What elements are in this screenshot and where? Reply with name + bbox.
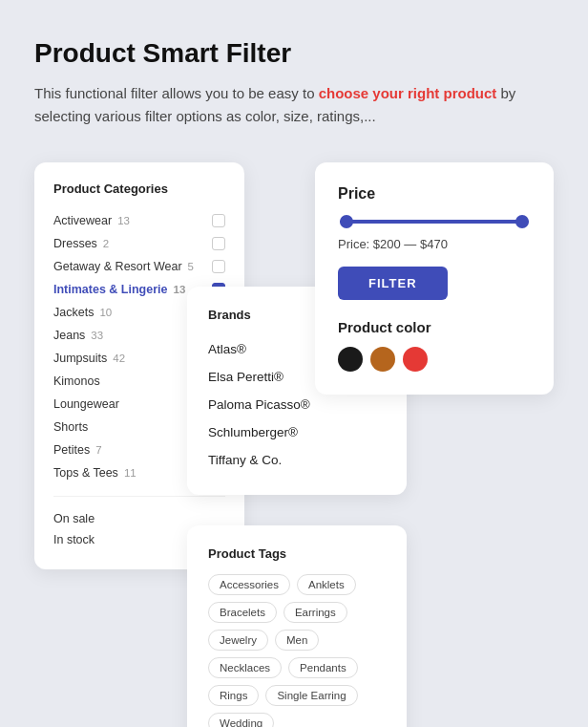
color-title: Product color [338, 319, 531, 335]
brand-paloma[interactable]: Paloma Picasso® [208, 391, 386, 418]
tag-earrings[interactable]: Earrings [284, 602, 347, 623]
tag-pendants[interactable]: Pendants [288, 657, 358, 678]
tag-jewelry[interactable]: Jewelry [208, 630, 268, 651]
category-dresses[interactable]: Dresses 2 [53, 232, 225, 255]
swatch-brown[interactable] [370, 347, 395, 372]
price-slider[interactable] [338, 220, 531, 224]
tags-title: Product Tags [208, 546, 386, 561]
filter-button[interactable]: FILTER [338, 267, 448, 300]
swatch-black[interactable] [338, 347, 363, 372]
tag-necklaces[interactable]: Necklaces [208, 657, 282, 678]
categories-title: Product Categories [53, 182, 225, 196]
tag-men[interactable]: Men [275, 630, 319, 651]
tags-wrapper: Accessories Anklets Bracelets Earrings J… [208, 574, 386, 727]
tag-bracelets[interactable]: Bracelets [208, 602, 277, 623]
slider-track [340, 220, 529, 224]
checkbox-getaway[interactable] [212, 260, 225, 273]
category-activewear[interactable]: Activewear 13 [53, 209, 225, 232]
tag-anklets[interactable]: Anklets [297, 574, 356, 595]
price-range-text: Price: $200 — $470 [338, 237, 531, 251]
checkbox-dresses[interactable] [212, 237, 225, 250]
slider-thumb-left[interactable] [340, 215, 353, 228]
cards-container: Product Categories Activewear 13 Dresses… [34, 162, 554, 640]
brand-schlumberger[interactable]: Schlumberger® [208, 418, 386, 446]
page-title: Product Smart Filter [34, 38, 554, 69]
categories-divider [53, 496, 225, 497]
price-title: Price [338, 185, 531, 203]
description-plain: This functional filter allows you to be … [34, 85, 319, 101]
tags-card: Product Tags Accessories Anklets Bracele… [187, 525, 407, 727]
tag-single-earring[interactable]: Single Earring [265, 685, 357, 706]
category-getaway[interactable]: Getaway & Resort Wear 5 [53, 255, 225, 278]
brand-tiffany[interactable]: Tiffany & Co. [208, 446, 386, 474]
checkbox-activewear[interactable] [212, 214, 225, 227]
tag-wedding[interactable]: Wedding [208, 713, 274, 727]
color-swatches [338, 347, 531, 372]
tag-accessories[interactable]: Accessories [208, 574, 290, 595]
swatch-red[interactable] [403, 347, 428, 372]
description-highlight: choose your right product [319, 85, 497, 101]
page-description: This functional filter allows you to be … [34, 82, 531, 128]
tag-rings[interactable]: Rings [208, 685, 259, 706]
price-card: Price Price: $200 — $470 FILTER Product … [315, 162, 554, 395]
slider-thumb-right[interactable] [515, 215, 529, 228]
